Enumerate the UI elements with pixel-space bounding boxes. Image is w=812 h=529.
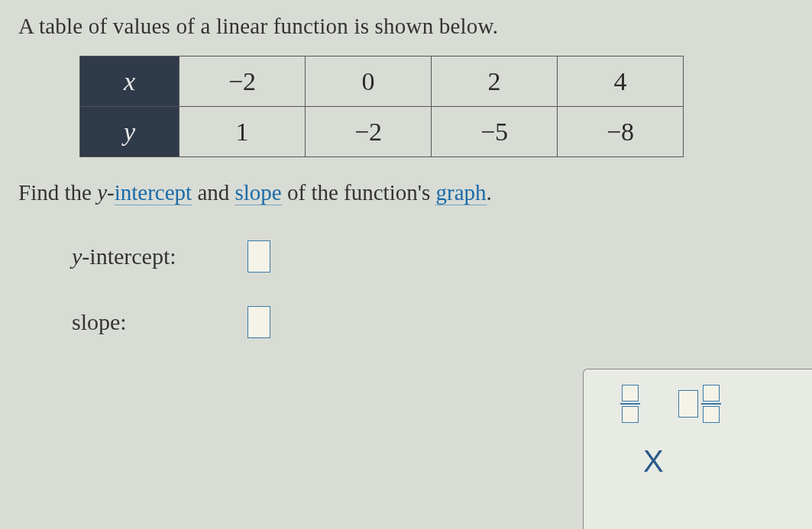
table-cell: 0 [306, 56, 432, 107]
palette-row-2: X [597, 446, 798, 476]
slope-row: slope: [72, 306, 794, 338]
values-table-wrap: x −2 0 2 4 y 1 −2 −5 −8 [79, 56, 794, 157]
table-cell: −2 [306, 107, 432, 157]
slope-label: slope: [72, 309, 247, 335]
table-cell: 1 [180, 107, 306, 157]
table-cell: −5 [432, 107, 558, 157]
y-intercept-label: y-intercept: [72, 244, 247, 269]
table-cell: −8 [558, 107, 684, 157]
answers-block: y-intercept: slope: [72, 240, 794, 338]
question-text: Find the y-intercept and slope of the fu… [18, 180, 794, 205]
mixed-denominator-icon [703, 406, 720, 423]
values-table: x −2 0 2 4 y 1 −2 −5 −8 [79, 56, 684, 157]
y-intercept-label-y: y [72, 244, 82, 269]
reset-button[interactable]: X [620, 446, 664, 476]
input-palette: X [583, 369, 812, 529]
problem-prompt: A table of values of a linear function i… [18, 14, 794, 39]
question-mid2: of the function's [282, 180, 436, 205]
table-cell: 2 [432, 56, 558, 107]
table-cell: −2 [180, 56, 306, 107]
term-slope[interactable]: slope [235, 180, 282, 205]
question-y-italic: y [97, 180, 107, 205]
y-intercept-row: y-intercept: [72, 240, 794, 273]
mixed-line-icon [701, 403, 721, 405]
mixed-numerator-icon [703, 385, 720, 402]
fraction-numerator-icon [622, 385, 639, 402]
fraction-denominator-icon [622, 406, 639, 423]
question-mid1: and [192, 180, 235, 205]
y-intercept-label-rest: -intercept: [82, 244, 176, 269]
palette-row-1 [597, 385, 798, 423]
y-intercept-input[interactable] [247, 240, 270, 273]
table-cell: 4 [558, 56, 684, 107]
mixed-fraction-icon [701, 385, 721, 423]
row-header-y: y [80, 107, 180, 157]
table-row: x −2 0 2 4 [80, 56, 684, 107]
fraction-button[interactable] [620, 385, 640, 423]
question-suffix: . [487, 180, 492, 205]
table-row: y 1 −2 −5 −8 [80, 107, 684, 157]
term-intercept[interactable]: intercept [115, 180, 192, 205]
mixed-number-button[interactable] [678, 385, 721, 423]
question-dash: - [107, 180, 115, 205]
row-header-x: x [80, 56, 180, 107]
term-graph[interactable]: graph [435, 180, 486, 205]
question-prefix: Find the [18, 180, 97, 205]
slope-input[interactable] [247, 306, 270, 338]
fraction-line-icon [620, 403, 640, 405]
mixed-whole-icon [678, 390, 698, 418]
